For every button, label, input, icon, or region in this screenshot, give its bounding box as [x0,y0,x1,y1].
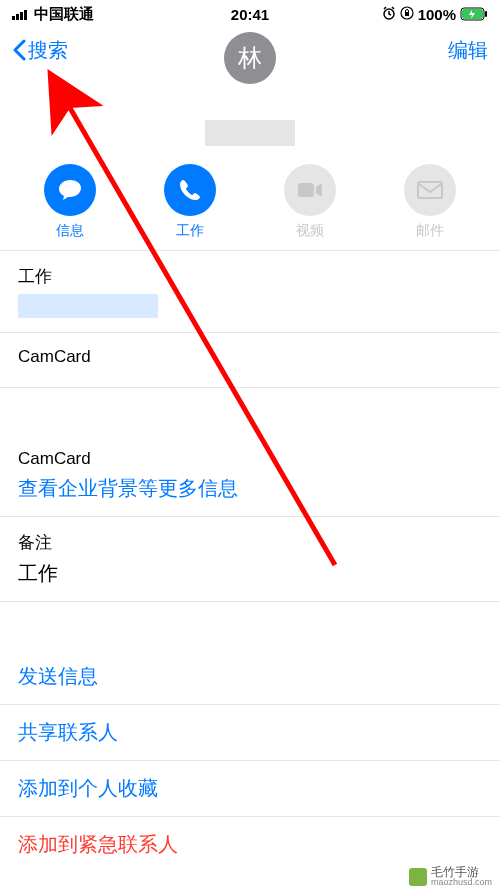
status-bar: 中国联通 20:41 100% [0,0,500,28]
svg-rect-1 [16,14,19,20]
alarm-icon [382,6,396,23]
camcard2-label: CamCard [18,449,482,469]
edit-button[interactable]: 编辑 [448,37,488,64]
svg-rect-6 [405,12,409,16]
spacer [0,387,500,435]
back-button[interactable]: 搜索 [12,37,68,64]
watermark: 毛竹手游 maozhusd.com [405,864,496,889]
share-contact-row[interactable]: 共享联系人 [0,704,500,760]
add-favorite-row[interactable]: 添加到个人收藏 [0,760,500,816]
watermark-logo-icon [409,868,427,886]
svg-rect-3 [24,10,27,20]
mail-icon [404,164,456,216]
svg-rect-2 [20,12,23,20]
message-icon [44,164,96,216]
chevron-left-icon [12,39,26,61]
send-message-link[interactable]: 发送信息 [18,663,482,690]
clock: 20:41 [231,6,269,23]
phone-label: 工作 [18,265,482,288]
camcard2-link[interactable]: 查看企业背景等更多信息 [18,475,482,502]
mail-label: 邮件 [416,222,444,240]
video-button: 视频 [270,164,350,240]
svg-rect-10 [298,183,314,197]
contact-name-redacted [205,120,295,146]
message-button[interactable]: 信息 [30,164,110,240]
signal-icon [12,6,30,23]
notes-section[interactable]: 备注 工作 [0,516,500,601]
phone-value-redacted [18,294,158,318]
battery-percent: 100% [418,6,456,23]
svg-rect-9 [485,11,487,17]
phone-section[interactable]: 工作 [0,250,500,332]
add-emergency-link[interactable]: 添加到紧急联系人 [18,831,482,858]
call-label: 工作 [176,222,204,240]
camcard-section-1[interactable]: CamCard [0,332,500,387]
spacer-2 [0,601,500,649]
camcard1-label: CamCard [18,347,482,367]
action-row: 信息 工作 视频 邮件 [0,158,500,250]
back-label: 搜索 [28,37,68,64]
share-contact-link[interactable]: 共享联系人 [18,719,482,746]
notes-value: 工作 [18,560,482,587]
camcard-section-2[interactable]: CamCard 查看企业背景等更多信息 [0,435,500,516]
notes-label: 备注 [18,531,482,554]
add-favorite-link[interactable]: 添加到个人收藏 [18,775,482,802]
phone-icon [164,164,216,216]
call-button[interactable]: 工作 [150,164,230,240]
carrier-label: 中国联通 [34,5,94,24]
battery-icon [460,7,488,21]
orientation-lock-icon [400,6,414,23]
video-label: 视频 [296,222,324,240]
mail-button: 邮件 [390,164,470,240]
svg-rect-11 [418,182,442,198]
watermark-url: maozhusd.com [431,878,492,887]
avatar[interactable]: 林 [224,32,276,84]
svg-rect-0 [12,16,15,20]
video-icon [284,164,336,216]
send-message-row[interactable]: 发送信息 [0,649,500,704]
message-label: 信息 [56,222,84,240]
